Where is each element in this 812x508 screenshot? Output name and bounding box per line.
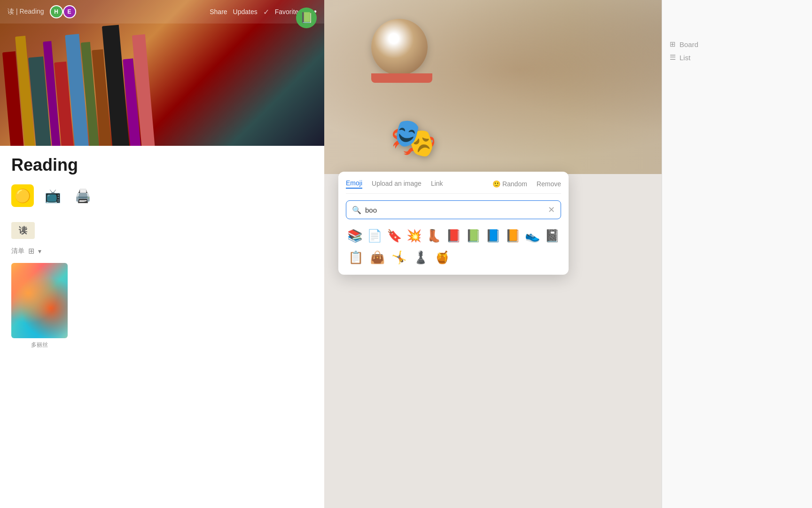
icon-printer[interactable]: 🖨️: [71, 184, 94, 207]
left-content: Reading 🟡 📺 🖨️ 读 清单 ⊞ ▾ 多丽丝: [0, 146, 324, 358]
page-header: 读 | Reading H E Share Updates ✓ Favorite…: [0, 0, 324, 24]
dropdown-arrow[interactable]: ▾: [38, 247, 41, 255]
remove-button[interactable]: Remove: [537, 180, 561, 188]
emoji-boot[interactable]: 👢: [425, 226, 443, 246]
emoji-book-blue[interactable]: 📘: [484, 226, 502, 246]
tab-upload[interactable]: Upload an image: [372, 180, 422, 188]
avatar-group: H E: [50, 5, 76, 18]
breadcrumb: 读 | Reading: [8, 8, 44, 16]
emoji-picker-tabs: Emoji Upload an image Link 🙂 Random Remo…: [346, 179, 561, 194]
search-clear-button[interactable]: ✕: [548, 205, 555, 215]
emoji-notebook[interactable]: 📓: [543, 226, 561, 246]
board-label: Board: [679, 40, 698, 48]
emoji-book-red[interactable]: 📕: [445, 226, 462, 246]
emoji-picker-popup: Emoji Upload an image Link 🙂 Random Remo…: [338, 172, 569, 275]
emoji-book-green[interactable]: 📗: [464, 226, 482, 246]
list-label: List: [679, 54, 690, 62]
icon-row: 🟡 📺 🖨️: [11, 184, 313, 207]
left-cover-image: 读 | Reading H E Share Updates ✓ Favorite…: [0, 0, 324, 146]
emoji-honey[interactable]: 🍯: [432, 247, 452, 267]
emoji-cartwheel[interactable]: 🤸: [389, 247, 409, 267]
emoji-chess[interactable]: ♟️: [411, 247, 430, 267]
right-sidebar: ⊞ Board ☰ List: [662, 0, 812, 508]
list-controls: 清单 ⊞ ▾: [11, 246, 313, 255]
page-reading-icon: 📗: [296, 8, 317, 28]
emoji-row-1: 📚 📄 🔖 💥 👢 📕 📗 📘 📙 👟 📓: [346, 226, 561, 246]
emoji-row-2: 📋 👜 🤸 ♟️ 🍯: [346, 247, 561, 267]
coffee-decoration: [371, 19, 432, 83]
emoji-page[interactable]: 📄: [366, 226, 383, 246]
avatar-e: E: [63, 5, 76, 18]
left-panel: 读 | Reading H E Share Updates ✓ Favorite…: [0, 0, 324, 508]
board-item[interactable]: ⊞ Board: [670, 38, 804, 51]
book-cover: [11, 263, 68, 338]
icon-yellow[interactable]: 🟡: [11, 184, 34, 207]
emoji-search-box: 🔍 ✕: [346, 200, 561, 219]
search-icon: 🔍: [352, 206, 361, 214]
avatar-h: H: [50, 5, 63, 18]
icon-tv[interactable]: 📺: [41, 184, 64, 207]
book-cover-pattern: [11, 263, 68, 338]
random-button[interactable]: 🙂 Random: [492, 180, 527, 188]
list-label: 清单: [11, 247, 24, 255]
emoji-purse[interactable]: 👜: [367, 247, 387, 267]
emoji-boom[interactable]: 💥: [405, 226, 423, 246]
list-icon: ☰: [670, 53, 676, 62]
emoji-grid: 📚 📄 🔖 💥 👢 📕 📗 📘 📙 👟 📓 📋 👜 🤸 ♟️ 🍯: [346, 226, 561, 267]
emoji-book-orange[interactable]: 📙: [504, 226, 522, 246]
emoji-search-input[interactable]: [365, 206, 544, 214]
book-card[interactable]: 多丽丝: [11, 263, 68, 349]
drama-masks-icon[interactable]: 🎭: [390, 116, 437, 160]
share-button[interactable]: Share: [210, 8, 227, 16]
board-icon: ⊞: [670, 40, 676, 48]
emoji-books[interactable]: 📚: [346, 226, 364, 246]
grid-icon[interactable]: ⊞: [28, 246, 34, 255]
section-label: 读: [11, 222, 35, 239]
tab-link[interactable]: Link: [431, 180, 443, 188]
emoji-clipboard[interactable]: 📋: [346, 247, 366, 267]
tab-emoji[interactable]: Emoji: [346, 179, 362, 189]
section-header: 读: [11, 222, 313, 239]
emoji-bookmark[interactable]: 🔖: [385, 226, 403, 246]
page-title: Reading: [11, 155, 313, 175]
list-item-sidebar[interactable]: ☰ List: [670, 51, 804, 64]
emoji-shoe[interactable]: 👟: [523, 226, 541, 246]
updates-button[interactable]: Updates: [233, 8, 258, 16]
random-label: Random: [502, 180, 527, 188]
book-author: 多丽丝: [11, 341, 68, 349]
smiley-icon: 🙂: [492, 180, 500, 188]
